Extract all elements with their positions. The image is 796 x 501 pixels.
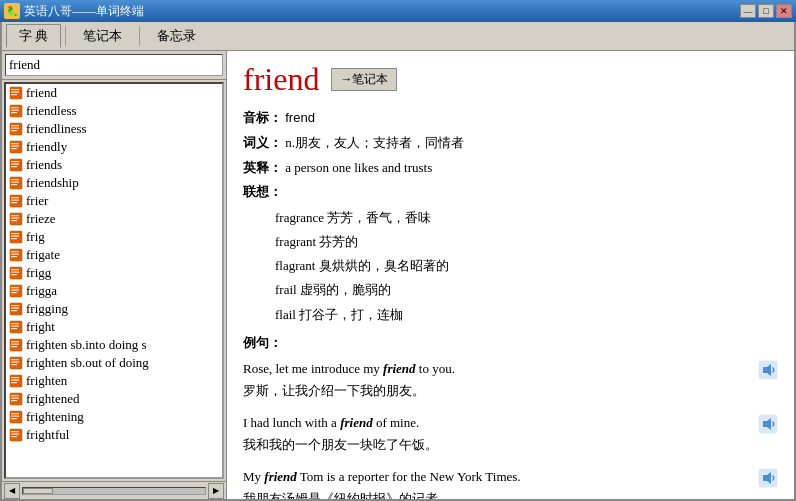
word-list[interactable]: friend friendless friendliness friendly …	[4, 82, 224, 479]
title-text: 英语八哥——单词终端	[24, 3, 144, 20]
scroll-left-button[interactable]: ◀	[4, 483, 20, 499]
word-list-item[interactable]: frigate	[6, 246, 222, 264]
svg-rect-25	[11, 197, 19, 198]
scroll-right-button[interactable]: ▶	[208, 483, 224, 499]
scroll-thumb[interactable]	[23, 488, 53, 494]
word-list-item[interactable]: frightful	[6, 426, 222, 444]
svg-rect-36	[10, 249, 22, 261]
assoc-en: flagrant	[275, 258, 315, 273]
word-icon	[8, 211, 24, 227]
notebook-button[interactable]: →笔记本	[331, 68, 397, 91]
search-input[interactable]	[5, 54, 223, 76]
svg-rect-11	[11, 130, 17, 131]
example-en: My friend Tom is a reporter for the New …	[243, 466, 752, 488]
maximize-button[interactable]: □	[758, 4, 774, 18]
example-en: Rose, let me introduce my friend to you.	[243, 358, 752, 380]
word-list-item[interactable]: frigg	[6, 264, 222, 282]
english-label: 英释：	[243, 160, 282, 175]
close-button[interactable]: ✕	[776, 4, 792, 18]
menu-bar: 字 典 笔记本 备忘录	[2, 22, 794, 51]
word-list-item[interactable]: frighten	[6, 372, 222, 390]
word-list-item[interactable]: friendless	[6, 102, 222, 120]
word-label: frig	[26, 229, 45, 245]
svg-rect-24	[10, 195, 22, 207]
svg-rect-31	[11, 220, 17, 221]
phonetic-line: 音标： frend	[243, 108, 778, 129]
example-zh: 我和我的一个朋友一块吃了午饭。	[243, 434, 752, 456]
svg-rect-61	[11, 359, 19, 360]
svg-rect-22	[11, 182, 19, 183]
speaker-icon[interactable]	[758, 360, 778, 380]
svg-rect-42	[11, 272, 19, 273]
tab-memo[interactable]: 备忘录	[144, 24, 209, 48]
svg-rect-66	[11, 380, 19, 381]
phonetic-value: frend	[285, 110, 315, 125]
example-text: My friend Tom is a reporter for the New …	[243, 466, 752, 499]
word-list-item[interactable]: friendly	[6, 138, 222, 156]
association-item: frail 虚弱的，脆弱的	[275, 279, 778, 301]
assoc-en: flail	[275, 307, 296, 322]
word-list-item[interactable]: friend	[6, 84, 222, 102]
word-list-item[interactable]: frieze	[6, 210, 222, 228]
example-block: My friend Tom is a reporter for the New …	[243, 466, 778, 499]
svg-rect-44	[10, 285, 22, 297]
svg-rect-78	[11, 434, 19, 435]
svg-rect-5	[11, 107, 19, 108]
word-list-item[interactable]: fright	[6, 318, 222, 336]
tab-dictionary[interactable]: 字 典	[6, 24, 61, 48]
word-list-item[interactable]: friendliness	[6, 120, 222, 138]
speaker-icon[interactable]	[758, 414, 778, 434]
word-list-item[interactable]: friends	[6, 156, 222, 174]
word-icon	[8, 373, 24, 389]
menu-sep-2	[139, 26, 140, 46]
word-label: frieze	[26, 211, 56, 227]
word-icon	[8, 301, 24, 317]
association-item: flail 打谷子，打，连枷	[275, 304, 778, 326]
svg-rect-52	[10, 321, 22, 333]
svg-rect-46	[11, 290, 19, 291]
word-list-item[interactable]: frightened	[6, 390, 222, 408]
svg-rect-34	[11, 236, 19, 237]
example-text: Rose, let me introduce my friend to you.…	[243, 358, 752, 402]
svg-rect-79	[11, 436, 17, 437]
word-label: fright	[26, 319, 55, 335]
assoc-en: fragrance	[275, 210, 324, 225]
svg-rect-54	[11, 326, 19, 327]
title-controls[interactable]: — □ ✕	[740, 4, 792, 18]
svg-rect-1	[11, 89, 19, 90]
svg-rect-10	[11, 128, 19, 129]
bold-word: friend	[264, 469, 297, 484]
word-list-item[interactable]: frigging	[6, 300, 222, 318]
svg-rect-50	[11, 308, 19, 309]
word-list-item[interactable]: frightening	[6, 408, 222, 426]
word-list-item[interactable]: frighten sb.into doing s	[6, 336, 222, 354]
tab-notebook[interactable]: 笔记本	[70, 24, 135, 48]
svg-rect-43	[11, 274, 17, 275]
word-list-item[interactable]: frighten sb.out of doing	[6, 354, 222, 372]
examples-container: Rose, let me introduce my friend to you.…	[243, 358, 778, 499]
svg-rect-7	[11, 112, 17, 113]
association-header: 联想：	[243, 182, 778, 203]
speaker-icon[interactable]	[758, 468, 778, 488]
word-list-item[interactable]: frier	[6, 192, 222, 210]
association-label: 联想：	[243, 184, 282, 199]
word-icon	[8, 391, 24, 407]
word-icon	[8, 319, 24, 335]
meaning-value: n.朋友，友人；支持者，同情者	[285, 135, 464, 150]
minimize-button[interactable]: —	[740, 4, 756, 18]
word-label: frier	[26, 193, 48, 209]
word-list-item[interactable]: frigga	[6, 282, 222, 300]
svg-rect-15	[11, 148, 17, 149]
svg-rect-67	[11, 382, 17, 383]
svg-rect-65	[11, 377, 19, 378]
word-list-item[interactable]: friendship	[6, 174, 222, 192]
word-list-item[interactable]: frig	[6, 228, 222, 246]
svg-rect-72	[10, 411, 22, 423]
bold-word: friend	[383, 361, 416, 376]
svg-rect-59	[11, 346, 17, 347]
svg-rect-0	[10, 87, 22, 99]
svg-rect-19	[11, 166, 17, 167]
svg-rect-16	[10, 159, 22, 171]
assoc-zh: 芳芳，香气，香味	[327, 210, 431, 225]
content-area: friend friendless friendliness friendly …	[2, 51, 794, 499]
